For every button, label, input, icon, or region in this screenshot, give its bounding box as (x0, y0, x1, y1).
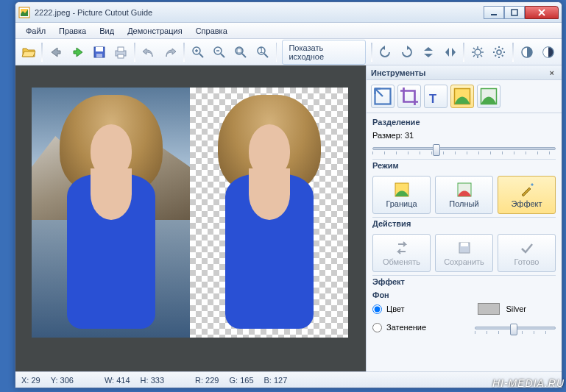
bg-label: Фон (372, 289, 556, 301)
color-name: Silver (506, 304, 526, 313)
size-value: 31 (405, 131, 414, 140)
svg-rect-6 (96, 54, 102, 57)
action-save-button[interactable]: Сохранить (435, 234, 493, 272)
shading-slider[interactable] (475, 321, 556, 335)
titlebar[interactable]: 2222.jpeg - Picture Cutout Guide (15, 2, 562, 23)
show-original-button[interactable]: Показать исходное (282, 40, 365, 65)
minimize-button[interactable] (484, 6, 504, 19)
svg-rect-9 (118, 54, 124, 58)
mode-boundary-button[interactable]: Граница (372, 176, 431, 214)
status-x: 29 (31, 376, 40, 385)
settings-icon[interactable] (489, 42, 509, 63)
menu-view[interactable]: Вид (93, 25, 120, 37)
svg-rect-5 (96, 47, 103, 51)
watermark: HI-MEDIA.RU (492, 377, 565, 389)
close-button[interactable] (525, 6, 559, 19)
bg-shading-label: Затенение (386, 323, 426, 332)
tool-separation-icon[interactable] (450, 85, 474, 108)
contrast-half-icon[interactable] (517, 42, 537, 63)
undo-icon[interactable] (138, 42, 158, 63)
menu-help[interactable]: Справка (190, 25, 233, 37)
contrast-full-icon[interactable] (539, 42, 559, 63)
cutout-image (190, 88, 348, 338)
color-swatch[interactable] (478, 303, 500, 315)
maximize-button[interactable] (504, 6, 525, 19)
svg-rect-27 (461, 243, 468, 246)
main-area: Инструменты × T Разделение Размер: 31 (15, 65, 562, 371)
zoom-fit-icon[interactable] (231, 42, 251, 63)
canvas-area[interactable] (15, 65, 366, 371)
size-label: Размер: (372, 131, 403, 140)
menu-demo[interactable]: Демонстрация (121, 25, 188, 37)
window-title: 2222.jpeg - Picture Cutout Guide (35, 8, 484, 17)
app-icon (18, 7, 30, 18)
status-g: 165 (240, 376, 253, 385)
rotate-ccw-icon[interactable] (375, 42, 395, 63)
print-icon[interactable] (111, 42, 131, 63)
menu-edit[interactable]: Правка (53, 25, 92, 37)
tool-crop-icon[interactable] (397, 85, 421, 108)
flip-h-icon[interactable] (440, 42, 460, 63)
zoom-actual-icon[interactable]: 1 (252, 42, 272, 63)
action-swap-button[interactable]: Обменять (372, 234, 431, 272)
bg-shading-radio[interactable] (372, 323, 382, 332)
svg-text:T: T (429, 92, 436, 105)
original-image (32, 88, 190, 338)
status-w: 414 (116, 376, 130, 385)
tool-text-icon[interactable]: T (424, 85, 448, 108)
flip-v-icon[interactable] (419, 42, 439, 63)
menubar: Файл Правка Вид Демонстрация Справка (15, 23, 562, 39)
section-mode: Режим (372, 159, 556, 173)
redo-icon[interactable] (160, 42, 180, 63)
panel-close-icon[interactable]: × (547, 68, 557, 77)
svg-point-17 (497, 50, 501, 54)
svg-rect-13 (237, 49, 241, 53)
svg-text:1: 1 (259, 46, 263, 54)
section-actions: Действия (372, 217, 556, 231)
action-done-button[interactable]: Готово (498, 234, 556, 272)
mode-full-button[interactable]: Полный (435, 176, 493, 214)
mode-effect-button[interactable]: Эффект (498, 176, 556, 214)
back-icon[interactable] (46, 42, 66, 63)
tool-resize-icon[interactable] (371, 85, 395, 108)
size-slider[interactable] (372, 141, 556, 156)
statusbar: X: 29 Y: 306 W: 414 H: 333 R: 229 G: 165… (15, 371, 562, 388)
tool-paste-icon[interactable] (477, 85, 500, 108)
bg-color-radio[interactable] (372, 304, 382, 314)
zoom-in-icon[interactable] (188, 42, 208, 63)
status-b: 127 (274, 376, 287, 385)
forward-icon[interactable] (68, 42, 88, 63)
brightness-icon[interactable] (467, 42, 487, 63)
svg-point-16 (475, 49, 481, 55)
status-r: 229 (205, 376, 219, 385)
save-icon[interactable] (89, 42, 109, 63)
section-effect: Эффект (372, 275, 556, 289)
status-y: 306 (60, 376, 74, 385)
rotate-cw-icon[interactable] (397, 42, 417, 63)
panel-title: Инструменты (371, 68, 425, 77)
svg-rect-2 (491, 14, 497, 15)
open-icon[interactable] (18, 42, 38, 63)
svg-rect-8 (118, 47, 124, 51)
bg-color-label: Цвет (386, 304, 405, 313)
menu-file[interactable]: Файл (20, 25, 52, 37)
tools-panel: Инструменты × T Разделение Размер: 31 (366, 65, 562, 371)
svg-rect-3 (512, 10, 517, 15)
status-h: 333 (151, 376, 164, 385)
zoom-out-icon[interactable] (209, 42, 229, 63)
app-window: 2222.jpeg - Picture Cutout Guide Файл Пр… (15, 1, 562, 388)
toolbar: 1 Показать исходное (15, 39, 562, 65)
section-separation: Разделение (372, 116, 556, 129)
